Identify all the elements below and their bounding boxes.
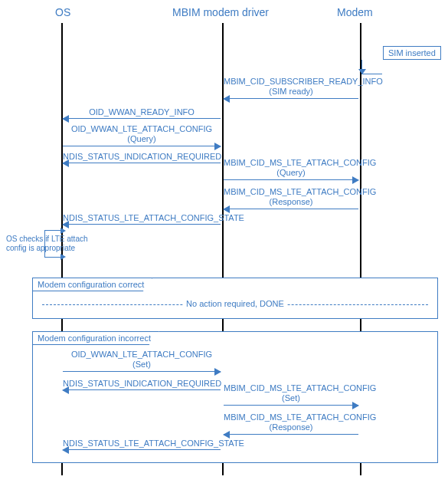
lane-title-modem: Modem [337, 6, 373, 18]
msg-m11-arrow [224, 434, 358, 435]
msg-m9-arrow [63, 389, 221, 390]
msg-m6-arrow [224, 209, 358, 209]
msg-m4-label: NDIS_STATUS_INDICATION_REQUIRED [63, 152, 221, 162]
msg-m12-arrow [63, 449, 221, 450]
msg-m7-arrow [63, 224, 221, 225]
frame-correct: Modem configuration correct No action re… [32, 278, 438, 319]
msg-m2-label: OID_WWAN_READY_INFO [63, 107, 221, 117]
frame-correct-center: No action required, DONE [183, 299, 287, 308]
msg-m5-arrow [224, 179, 358, 180]
msg-m1-label: MBIM_CID_SUBSCRIBER_READY_INFO (SIM read… [224, 77, 358, 96]
msg-m5-label: MBIM_CID_MS_LTE_ATTACH_CONFIG (Query) [224, 158, 358, 177]
msg-m8-label: OID_WWAN_LTE_ATTACH_CONFIG (Set) [63, 350, 221, 369]
msg-m2-arrow [63, 118, 221, 119]
lane-title-os: OS [55, 6, 70, 18]
msg-m11-label: MBIM_CID_MS_LTE_ATTACH_CONFIG (Response) [224, 412, 358, 432]
frame-correct-title: Modem configuration correct [32, 278, 152, 291]
msg-m12-label: NDIS_STATUS_LTE_ATTACH_CONFIG_STATE [63, 439, 221, 449]
frame-incorrect-title: Modem configuration incorrect [32, 331, 159, 345]
msg-m10-arrow [224, 405, 358, 406]
lane-title-driver: MBIM modem driver [172, 6, 269, 18]
msg-m3-arrow [63, 146, 221, 146]
msg-m4-arrow [63, 163, 221, 163]
msg-m1-arrow [224, 98, 358, 99]
os-self-arrow [44, 230, 60, 258]
msg-m8-arrow [63, 371, 221, 372]
msg-m9-label: NDIS_STATUS_INDICATION_REQUIRED [63, 379, 221, 389]
msg-m10-label: MBIM_CID_MS_LTE_ATTACH_CONFIG (Set) [224, 383, 358, 402]
msg-m3-label: OID_WWAN_LTE_ATTACH_CONFIG (Query) [63, 124, 221, 143]
sim-connector [361, 60, 382, 74]
sim-inserted-box: SIM inserted [383, 46, 441, 60]
sequence-diagram: OS MBIM modem driver Modem SIM inserted … [0, 0, 448, 483]
msg-m6-label: MBIM_CID_MS_LTE_ATTACH_CONFIG (Response) [224, 187, 358, 206]
msg-m7-label: NDIS_STATUS_LTE_ATTACH_CONFIG_STATE [63, 213, 221, 223]
